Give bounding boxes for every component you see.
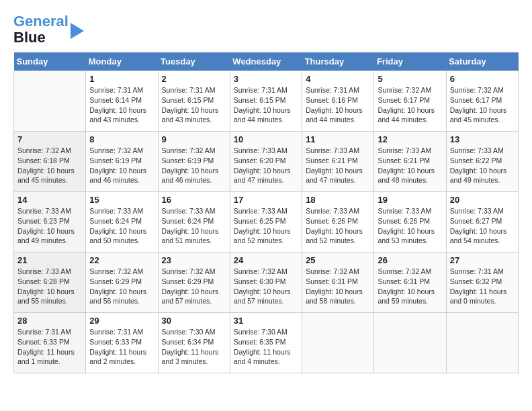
logo-arrow-icon — [71, 23, 84, 39]
day-number: 23 — [162, 255, 226, 265]
day-detail: Sunrise: 7:33 AM Sunset: 6:24 PM Dayligh… — [89, 206, 154, 246]
day-detail: Sunrise: 7:31 AM Sunset: 6:33 PM Dayligh… — [89, 327, 154, 367]
day-detail: Sunrise: 7:31 AM Sunset: 6:33 PM Dayligh… — [17, 327, 82, 367]
day-number: 22 — [89, 255, 154, 265]
calendar-cell: 21Sunrise: 7:33 AM Sunset: 6:28 PM Dayli… — [14, 253, 86, 313]
day-detail: Sunrise: 7:33 AM Sunset: 6:27 PM Dayligh… — [450, 206, 515, 246]
calendar-cell: 4Sunrise: 7:31 AM Sunset: 6:16 PM Daylig… — [302, 71, 374, 132]
calendar-table: SundayMondayTuesdayWednesdayThursdayFrid… — [13, 52, 519, 373]
calendar-cell: 18Sunrise: 7:33 AM Sunset: 6:26 PM Dayli… — [302, 192, 374, 253]
day-detail: Sunrise: 7:32 AM Sunset: 6:19 PM Dayligh… — [162, 146, 226, 185]
day-detail: Sunrise: 7:33 AM Sunset: 6:25 PM Dayligh… — [234, 206, 298, 246]
day-number: 7 — [17, 134, 82, 144]
day-number: 19 — [378, 195, 442, 205]
day-detail: Sunrise: 7:33 AM Sunset: 6:23 PM Dayligh… — [17, 206, 82, 246]
day-number: 3 — [234, 74, 298, 84]
day-detail: Sunrise: 7:32 AM Sunset: 6:17 PM Dayligh… — [378, 85, 442, 125]
calendar-cell: 5Sunrise: 7:32 AM Sunset: 6:17 PM Daylig… — [374, 71, 446, 132]
calendar-cell: 10Sunrise: 7:33 AM Sunset: 6:20 PM Dayli… — [230, 132, 302, 192]
calendar-cell: 9Sunrise: 7:32 AM Sunset: 6:19 PM Daylig… — [158, 132, 230, 192]
calendar-cell: 23Sunrise: 7:32 AM Sunset: 6:29 PM Dayli… — [158, 253, 230, 313]
calendar-cell: 22Sunrise: 7:32 AM Sunset: 6:29 PM Dayli… — [86, 253, 158, 313]
day-detail: Sunrise: 7:33 AM Sunset: 6:20 PM Dayligh… — [234, 146, 298, 185]
day-detail: Sunrise: 7:32 AM Sunset: 6:30 PM Dayligh… — [234, 267, 298, 306]
day-detail: Sunrise: 7:31 AM Sunset: 6:32 PM Dayligh… — [450, 267, 515, 306]
day-detail: Sunrise: 7:33 AM Sunset: 6:22 PM Dayligh… — [450, 146, 515, 185]
day-detail: Sunrise: 7:32 AM Sunset: 6:17 PM Dayligh… — [450, 85, 515, 125]
calendar-cell: 19Sunrise: 7:33 AM Sunset: 6:26 PM Dayli… — [374, 192, 446, 253]
calendar-cell: 26Sunrise: 7:32 AM Sunset: 6:31 PM Dayli… — [374, 253, 446, 313]
day-number: 4 — [306, 74, 370, 84]
calendar-cell: 14Sunrise: 7:33 AM Sunset: 6:23 PM Dayli… — [14, 192, 86, 253]
logo: General Blue — [13, 13, 84, 46]
logo-text-blue: Blue — [13, 30, 69, 46]
day-detail: Sunrise: 7:31 AM Sunset: 6:16 PM Dayligh… — [306, 85, 370, 125]
day-number: 20 — [450, 195, 515, 205]
day-number: 25 — [306, 255, 370, 265]
col-header-saturday: Saturday — [446, 52, 518, 71]
calendar-cell — [14, 71, 86, 132]
day-number: 13 — [450, 134, 515, 144]
day-detail: Sunrise: 7:32 AM Sunset: 6:29 PM Dayligh… — [89, 267, 154, 306]
calendar-cell: 13Sunrise: 7:33 AM Sunset: 6:22 PM Dayli… — [446, 132, 518, 192]
day-number: 12 — [378, 134, 442, 144]
day-detail: Sunrise: 7:33 AM Sunset: 6:24 PM Dayligh… — [162, 206, 226, 246]
col-header-wednesday: Wednesday — [230, 52, 302, 71]
col-header-friday: Friday — [374, 52, 446, 71]
day-number: 2 — [162, 74, 226, 84]
calendar-cell: 28Sunrise: 7:31 AM Sunset: 6:33 PM Dayli… — [14, 313, 86, 373]
day-detail: Sunrise: 7:31 AM Sunset: 6:14 PM Dayligh… — [89, 85, 154, 125]
day-detail: Sunrise: 7:32 AM Sunset: 6:19 PM Dayligh… — [89, 146, 154, 185]
calendar-cell: 31Sunrise: 7:30 AM Sunset: 6:35 PM Dayli… — [230, 313, 302, 373]
calendar-cell: 20Sunrise: 7:33 AM Sunset: 6:27 PM Dayli… — [446, 192, 518, 253]
calendar-cell: 8Sunrise: 7:32 AM Sunset: 6:19 PM Daylig… — [86, 132, 158, 192]
col-header-monday: Monday — [86, 52, 158, 71]
calendar-cell — [446, 313, 518, 373]
day-number: 18 — [306, 195, 370, 205]
day-detail: Sunrise: 7:32 AM Sunset: 6:31 PM Dayligh… — [306, 267, 370, 306]
day-number: 26 — [378, 255, 442, 265]
day-number: 8 — [89, 134, 154, 144]
day-detail: Sunrise: 7:33 AM Sunset: 6:26 PM Dayligh… — [306, 206, 370, 246]
day-detail: Sunrise: 7:30 AM Sunset: 6:34 PM Dayligh… — [162, 327, 226, 367]
day-number: 28 — [17, 316, 82, 326]
calendar-cell: 11Sunrise: 7:33 AM Sunset: 6:21 PM Dayli… — [302, 132, 374, 192]
col-header-sunday: Sunday — [14, 52, 86, 71]
day-detail: Sunrise: 7:32 AM Sunset: 6:31 PM Dayligh… — [378, 267, 442, 306]
day-number: 27 — [450, 255, 515, 265]
calendar-cell: 30Sunrise: 7:30 AM Sunset: 6:34 PM Dayli… — [158, 313, 230, 373]
col-header-tuesday: Tuesday — [158, 52, 230, 71]
calendar-cell: 15Sunrise: 7:33 AM Sunset: 6:24 PM Dayli… — [86, 192, 158, 253]
day-number: 29 — [89, 316, 154, 326]
day-number: 5 — [378, 74, 442, 84]
week-row-3: 14Sunrise: 7:33 AM Sunset: 6:23 PM Dayli… — [14, 192, 519, 253]
calendar-cell: 29Sunrise: 7:31 AM Sunset: 6:33 PM Dayli… — [86, 313, 158, 373]
calendar-cell: 17Sunrise: 7:33 AM Sunset: 6:25 PM Dayli… — [230, 192, 302, 253]
calendar-cell: 25Sunrise: 7:32 AM Sunset: 6:31 PM Dayli… — [302, 253, 374, 313]
calendar-cell: 3Sunrise: 7:31 AM Sunset: 6:15 PM Daylig… — [230, 71, 302, 132]
calendar-cell: 7Sunrise: 7:32 AM Sunset: 6:18 PM Daylig… — [14, 132, 86, 192]
calendar-cell: 27Sunrise: 7:31 AM Sunset: 6:32 PM Dayli… — [446, 253, 518, 313]
calendar-cell — [374, 313, 446, 373]
day-detail: Sunrise: 7:31 AM Sunset: 6:15 PM Dayligh… — [162, 85, 226, 125]
day-number: 6 — [450, 74, 515, 84]
day-detail: Sunrise: 7:33 AM Sunset: 6:21 PM Dayligh… — [306, 146, 370, 185]
calendar-cell — [302, 313, 374, 373]
day-number: 31 — [234, 316, 298, 326]
day-number: 16 — [162, 195, 226, 205]
calendar-cell: 2Sunrise: 7:31 AM Sunset: 6:15 PM Daylig… — [158, 71, 230, 132]
week-row-1: 1Sunrise: 7:31 AM Sunset: 6:14 PM Daylig… — [14, 71, 519, 132]
day-detail: Sunrise: 7:33 AM Sunset: 6:21 PM Dayligh… — [378, 146, 442, 185]
col-header-thursday: Thursday — [302, 52, 374, 71]
week-row-2: 7Sunrise: 7:32 AM Sunset: 6:18 PM Daylig… — [14, 132, 519, 192]
day-number: 15 — [89, 195, 154, 205]
calendar-cell: 6Sunrise: 7:32 AM Sunset: 6:17 PM Daylig… — [446, 71, 518, 132]
day-detail: Sunrise: 7:31 AM Sunset: 6:15 PM Dayligh… — [234, 85, 298, 125]
day-number: 21 — [17, 255, 82, 265]
day-detail: Sunrise: 7:32 AM Sunset: 6:29 PM Dayligh… — [162, 267, 226, 306]
calendar-cell: 16Sunrise: 7:33 AM Sunset: 6:24 PM Dayli… — [158, 192, 230, 253]
day-number: 10 — [234, 134, 298, 144]
day-number: 17 — [234, 195, 298, 205]
day-number: 30 — [162, 316, 226, 326]
day-number: 1 — [89, 74, 154, 84]
